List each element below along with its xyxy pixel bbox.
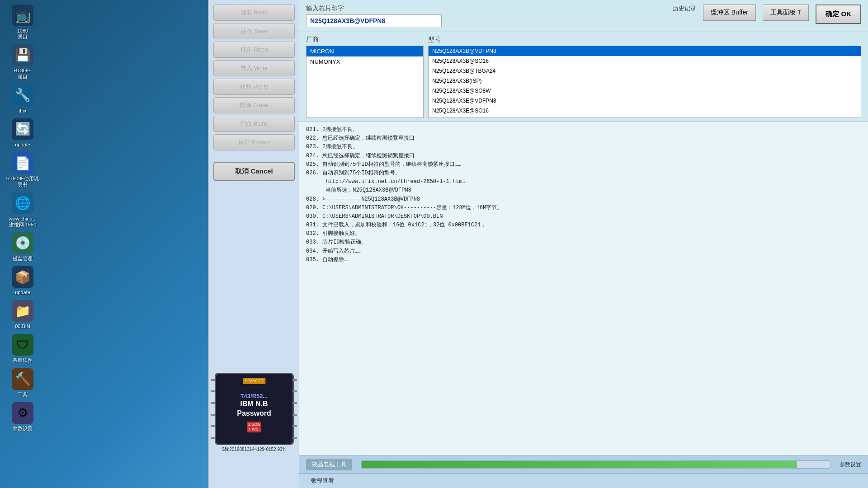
log-line-029: 029. C:\USERS\ADMINISTRATOR\OK----------…	[306, 204, 861, 212]
desktop-icon-rt809f-manual[interactable]: 📄 RT809F使用说明书	[5, 152, 41, 188]
chip-pin	[292, 390, 297, 392]
chip-pin	[211, 390, 215, 392]
chip-pins-right	[292, 374, 298, 444]
desktop-icon-rt809f[interactable]: 💾 RT809F属目	[5, 44, 41, 80]
desktop-icon-update-label: update	[15, 142, 30, 148]
pin2-label: 2:SCL	[247, 427, 261, 432]
chip-pins-left	[211, 374, 216, 444]
manufacturer-list[interactable]: MICRON NUMONYX	[306, 46, 424, 118]
chip-header-label: SC8SOFT	[243, 378, 265, 384]
desktop-icon-update2[interactable]: 📦 update	[5, 266, 41, 296]
model-item-2[interactable]: N25Q128AX3B@TBGA24	[429, 66, 861, 76]
params-label[interactable]: 参数设置	[840, 461, 861, 469]
log-line-034: 034. 开始写入芯片……	[306, 247, 861, 256]
buffer-button[interactable]: 缓冲区 Buffer	[703, 5, 756, 21]
history-label: 历史记录	[673, 5, 696, 13]
toolbar-button[interactable]: 工具面板 T	[763, 5, 809, 21]
tab-tutorial[interactable]: 教程查看	[306, 475, 339, 486]
write-button[interactable]: 导入 Write	[213, 60, 295, 76]
desktop-icon-00bin[interactable]: 📁 00.BIN	[5, 300, 41, 329]
open-button[interactable]: 打开 Open	[213, 42, 295, 58]
log-line-021: 021. 2脚接触不良。	[306, 126, 861, 134]
log-line-025: 025. 自动识别到75个ID相符的型号的，继续检测锁紧座接口……	[306, 160, 861, 169]
chip-title: IBM N.B Password	[237, 399, 271, 418]
log-line-024: 024. 您已经选择确定，继续检测锁紧座接口	[306, 152, 861, 160]
chip-pin	[292, 414, 297, 416]
model-item-5[interactable]: N25Q128AX3E@VDFPN8	[429, 96, 861, 106]
desktop-icon-disk-mgmt[interactable]: 💿 磁盘管理	[5, 232, 41, 262]
desktop-icon-1080-label: 1080属目	[17, 28, 28, 40]
log-line-023: 023. 2脚接触不良。	[306, 143, 861, 151]
chip-pin	[292, 437, 297, 439]
desktop-icon-misc2[interactable]: 🔨 工具	[5, 368, 41, 398]
protect-button[interactable]: 保护 Protect	[213, 134, 295, 150]
log-line-url: http://www.ifix.net.cn/thread-2650-1-1.h…	[306, 178, 861, 186]
desktop-icon-1080[interactable]: 📺 1080属目	[5, 5, 41, 40]
desktop-icon-chinanet[interactable]: 🌐 www.china...进维网.1550	[5, 192, 41, 228]
chip-input-area: 输入芯片印字	[306, 5, 661, 27]
manufacturer-section: 厂商 MICRON NUMONYX 型号 N25Q128AX3B@VDFPN8 …	[299, 32, 868, 122]
progress-bar-container	[361, 460, 830, 469]
model-panel: 型号 N25Q128AX3B@VDFPN8 N25Q128AX3B@SO16 N…	[428, 36, 861, 118]
model-item-3[interactable]: N25Q128AX3B(ISP)	[429, 76, 861, 86]
chip-pin	[292, 379, 297, 381]
log-line-030: 030. C:\USERS\ADMINISTRATOR\DESKTOP\00.B…	[306, 212, 861, 221]
desktop-icon-rt809f-manual-label: RT809F使用说明书	[5, 176, 41, 188]
chip-input-field[interactable]	[306, 14, 442, 27]
model-item-7[interactable]: N25Q128AX3E@TBGA24	[429, 116, 861, 118]
desktop-icon-ifix[interactable]: 🔧 iFix	[5, 84, 41, 114]
confirm-button[interactable]: 确定 OK	[816, 5, 861, 24]
chip-labels: 2:SDA 2:SCL	[247, 422, 261, 432]
desktop-icon-misc1-label: 杀毒软件	[13, 357, 33, 363]
log-line-033: 033. 芯片ID检验正确。	[306, 238, 861, 247]
log-line-current: 当前所选：N25Q128AX3B@VDFPN8	[306, 186, 861, 195]
app-window: CA 读取 Read 保存 Save 打开 Open 导入 Write 核验 V…	[208, 0, 868, 488]
bottom-status-bar: 液晶电视工具 参数设置	[299, 455, 868, 473]
desktop-icon-misc2-label: 工具	[18, 392, 28, 398]
status-tab[interactable]: 液晶电视工具	[306, 459, 352, 470]
blank-button[interactable]: 空白 Blank	[213, 116, 295, 132]
mfr-item-micron[interactable]: MICRON	[307, 46, 423, 56]
desktop-icon-disk-mgmt-label: 磁盘管理	[13, 256, 33, 262]
save-button[interactable]: 保存 Save	[213, 23, 295, 39]
log-line-022: 022. 您已经选择确定，继续检测锁紧座接口	[306, 134, 861, 143]
desktop-icon-update[interactable]: 🔄 update	[5, 118, 41, 148]
desktop-icon-ifix-label: iFix	[19, 108, 26, 114]
desktop: 📺 1080属目 💾 RT809F属目 🔧 iFix 🔄 update 📄 RT…	[0, 0, 868, 488]
model-item-6[interactable]: N25Q128AX3E@SO16	[429, 106, 861, 116]
cancel-button[interactable]: 取消 Cancel	[213, 162, 295, 181]
desktop-icon-update2-label: update	[15, 290, 30, 296]
desktop-icon-misc3-label: 参数设置	[13, 426, 33, 432]
mfr-item-numonyx[interactable]: NUMONYX	[307, 56, 423, 67]
right-panel: 输入芯片印字 历史记录 缓冲区 Buffer 工具面板 T 确定 OK 厂商 M…	[299, 0, 868, 488]
read-button[interactable]: 读取 Read	[213, 5, 295, 21]
log-line-028: 028. >-----------N25Q128AX3B@VDFPN8	[306, 195, 861, 204]
desktop-icon-00bin-label: 00.BIN	[15, 324, 30, 329]
chip-pin	[211, 414, 215, 416]
chip-pin	[211, 402, 215, 404]
desktop-icon-misc3[interactable]: ⚙ 参数设置	[5, 402, 41, 432]
desktop-icon-misc1[interactable]: 🛡 杀毒软件	[5, 334, 41, 363]
manufacturer-panel: 厂商 MICRON NUMONYX	[306, 36, 424, 118]
model-item-0[interactable]: N25Q128AX3B@VDFPN8	[429, 46, 861, 56]
chip-pin	[211, 425, 215, 427]
model-item-1[interactable]: N25Q128AX3B@SO16	[429, 56, 861, 66]
chip-display-area: SC8SOFT T43/R52... IBM N.B Password 2:SD…	[209, 373, 299, 452]
model-item-4[interactable]: N25Q128AX3E@SO8W	[429, 86, 861, 96]
log-line-032: 032. 引脚接触良好。	[306, 230, 861, 238]
verify-button[interactable]: 核验 Verify	[213, 79, 295, 95]
chip-pin	[292, 425, 297, 427]
chip-model-label: T43/R52...	[241, 393, 268, 399]
left-button-panel: 读取 Read 保存 Save 打开 Open 导入 Write 核验 Veri…	[209, 0, 299, 488]
model-list[interactable]: N25Q128AX3B@VDFPN8 N25Q128AX3B@SO16 N25Q…	[428, 46, 861, 118]
bottom-tabs: 教程查看	[299, 473, 868, 488]
log-line-026: 026. 自动识别到75个ID相符的型号。	[306, 169, 861, 178]
erase-button[interactable]: 擦除 Erase	[213, 97, 295, 113]
desktop-icon-rt809f-label: RT809F属目	[14, 68, 32, 80]
progress-bar-fill	[362, 461, 797, 468]
chip-pin	[211, 379, 215, 381]
chip-pin	[211, 437, 215, 439]
chip-box: SC8SOFT T43/R52... IBM N.B Password 2:SD…	[215, 373, 294, 445]
chip-input-label: 输入芯片印字	[306, 5, 661, 13]
sn-text: SN:20190813144129-0152 93%	[222, 447, 287, 452]
